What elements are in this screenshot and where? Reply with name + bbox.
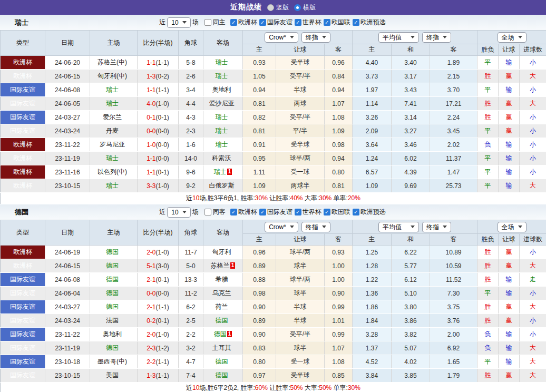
summary-segment: 单率:	[331, 194, 348, 202]
score-cell: 5-1(3-0)	[138, 259, 179, 273]
match-type-cell: 欧洲杯	[1, 138, 45, 152]
handicap-odds-header: Crow* 终指	[243, 220, 353, 234]
handicap-result-cell: 输	[499, 56, 520, 70]
sub-header: 主	[353, 44, 392, 56]
league-checkbox[interactable]: ✓	[324, 209, 330, 215]
avg-type-select[interactable]: 平均值	[378, 222, 419, 232]
handicap-cell: 半球	[276, 83, 325, 97]
avg-home-cell: 1.36	[353, 287, 392, 300]
match-type-cell: 国际友谊	[1, 314, 45, 328]
full-time-score: 2-1	[147, 303, 155, 311]
league-checkbox[interactable]: ✓	[259, 19, 266, 26]
league-checkbox[interactable]: ✓	[295, 209, 301, 215]
away-odds-cell: 0.98	[325, 138, 353, 152]
date-cell: 24-03-27	[45, 300, 90, 314]
corner-cell: 2-2	[179, 328, 203, 341]
avg-final-select[interactable]: 终指	[422, 32, 451, 43]
avg-type-select[interactable]: 平均值	[378, 32, 419, 43]
goals-cell: 小	[520, 314, 546, 328]
full-time-score: 3-3	[147, 182, 155, 190]
red-card-badge: 1	[227, 169, 232, 175]
corner-cell: 5-0	[179, 259, 203, 273]
filter-bar: 德国 近 10 场 同客 ✓欧洲杯✓国际友谊✓世界杯✓欧国联✓欧洲预选	[0, 204, 546, 220]
odds-company-select[interactable]: Crow*	[265, 222, 298, 232]
handicap-result-cell: 赢	[499, 97, 520, 111]
away-team-cell: 希腊	[203, 273, 243, 287]
goals-cell: 小	[520, 56, 546, 70]
match-type-cell: 国际友谊	[1, 287, 45, 300]
half-time-score: (1-2)	[156, 345, 169, 352]
corner-cell: 2-3	[179, 124, 203, 138]
league-checkbox[interactable]: ✓	[230, 19, 237, 26]
scope-select[interactable]: 全场	[498, 32, 526, 43]
chevron-down-icon	[290, 36, 294, 38]
match-count-select[interactable]: 10	[167, 207, 190, 218]
home-team-name: 墨西哥(中)	[97, 358, 127, 365]
league-checkbox[interactable]: ✓	[259, 209, 266, 215]
full-time-score: 2-1	[147, 276, 155, 283]
avg-draw-cell: 3.80	[392, 300, 430, 314]
score-cell: 2-0(1-0)	[138, 246, 179, 259]
match-row: 国际友谊 23-11-22 奥地利 2-0(1-0) 2-2 德国1 0.90 …	[1, 328, 546, 341]
same-side-checkbox[interactable]	[204, 209, 211, 215]
home-team-cell: 德国	[90, 273, 138, 287]
avg-home-cell: 3.64	[353, 138, 392, 152]
away-team-name: 土耳其	[212, 344, 231, 351]
half-time-score: (0-2)	[156, 73, 169, 80]
match-type-cell: 国际友谊	[1, 300, 45, 314]
home-team-cell: 墨西哥(中)	[90, 355, 138, 369]
match-count-value: 10	[171, 19, 178, 26]
league-label: 世界杯	[303, 208, 321, 217]
match-row: 欧洲杯 24-06-15 德国 5-1(3-0) 5-0 苏格兰1 0.89 球…	[1, 259, 546, 273]
home-odds-cell: 0.94	[243, 83, 276, 97]
date-cell: 24-06-15	[45, 259, 90, 273]
avg-away-cell: 7.30	[430, 287, 477, 300]
avg-final-select[interactable]: 终指	[422, 222, 451, 232]
away-team-cell: 土耳其	[203, 341, 243, 355]
score-cell: 1-1(0-0)	[138, 152, 179, 165]
horizontal-radio-icon[interactable]	[294, 4, 301, 11]
same-side-checkbox[interactable]	[204, 19, 211, 26]
away-team-cell: 瑞士	[203, 138, 243, 152]
odds-final-select[interactable]: 终指	[301, 222, 330, 232]
summary-segment: 场,胜3平6负1, 胜率:	[199, 194, 255, 202]
handicap-result-cell: 赢	[499, 369, 520, 383]
home-team-name: 苏格兰(中)	[97, 58, 127, 66]
home-team-cell: 德国	[90, 341, 138, 355]
avg-home-cell: 3.73	[353, 70, 392, 83]
unit-label: 场	[192, 208, 199, 217]
away-team-name: 希腊	[216, 276, 228, 283]
odds-company-select[interactable]: Crow*	[265, 32, 298, 43]
odds-final-select[interactable]: 终指	[301, 32, 330, 43]
avg-away-cell: 1.89	[430, 56, 477, 70]
summary-segment: 大率:	[303, 384, 319, 391]
league-checkbox[interactable]: ✓	[324, 19, 330, 26]
away-team-cell: 荷兰	[203, 300, 243, 314]
sub-header: 让球	[276, 234, 325, 246]
away-odds-cell: 0.90	[325, 287, 353, 300]
corner-cell: 9-2	[179, 179, 203, 193]
home-team-name: 瑞士	[106, 182, 119, 189]
home-team-name: 罗马尼亚	[100, 141, 125, 148]
league-checkbox[interactable]: ✓	[230, 209, 237, 215]
home-odds-cell: 0.91	[243, 138, 276, 152]
scope-select[interactable]: 全场	[498, 222, 526, 232]
league-checkbox[interactable]: ✓	[295, 19, 301, 26]
vertical-layout-option[interactable]: 竖版	[267, 3, 289, 12]
horizontal-layout-option[interactable]: 横版	[294, 3, 316, 12]
match-count-select[interactable]: 10	[167, 17, 190, 28]
match-type-cell: 欧洲杯	[1, 259, 45, 273]
vertical-radio-icon[interactable]	[267, 4, 274, 11]
away-team-cell: 乌克兰	[203, 287, 243, 300]
away-team-name: 奥地利	[212, 86, 231, 93]
summary-segment: 单率:	[331, 384, 348, 391]
league-checkbox[interactable]: ✓	[353, 209, 359, 215]
half-time-score: (1-1)	[156, 86, 169, 94]
league-checkbox[interactable]: ✓	[353, 19, 359, 26]
corner-cell: 13-3	[179, 273, 203, 287]
home-team-cell: 以色列(中)	[90, 165, 138, 179]
home-odds-cell: 0.93	[243, 56, 276, 70]
chevron-down-icon	[182, 211, 187, 213]
home-team-cell: 苏格兰(中)	[90, 56, 138, 70]
goals-cell: 大	[520, 179, 546, 193]
